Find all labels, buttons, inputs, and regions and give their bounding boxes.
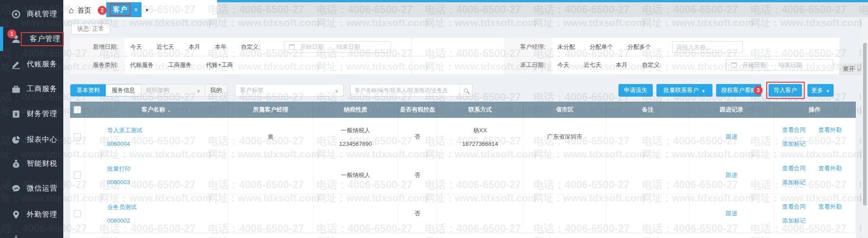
filter-option[interactable]: 代账服务 xyxy=(130,61,154,69)
sort-icon[interactable] xyxy=(167,107,171,113)
sidebar-item-5[interactable]: 报表中心 xyxy=(0,129,63,150)
action-button-1[interactable]: 批量联系客户 xyxy=(656,84,712,97)
manager-cell: 黄 xyxy=(228,118,313,156)
view-contract-link[interactable]: 查看合同 xyxy=(782,126,806,134)
filter-option[interactable]: 近七天 xyxy=(584,61,601,69)
view-field-work-link[interactable]: 查看外勤 xyxy=(818,126,842,134)
customer-code-link[interactable]: 0060004 xyxy=(107,140,130,147)
filter-option[interactable]: 分配多个 xyxy=(627,43,651,51)
filter-options-manager: 未分配分配单个分配多个 xyxy=(557,38,651,56)
tab-home[interactable]: 首页 xyxy=(69,4,91,17)
add-mark-link[interactable]: 添加标记 xyxy=(782,140,806,148)
tab-home-label: 首页 xyxy=(77,6,91,15)
filter-option[interactable]: 分配单个 xyxy=(590,43,613,51)
view-field-work-link[interactable]: 查看外勤 xyxy=(818,203,842,211)
sidebar-item-3[interactable]: 工商服务 xyxy=(0,79,63,99)
filter-option[interactable]: 代账+工商 xyxy=(206,61,233,69)
row-checkbox-cell xyxy=(70,118,85,156)
filter-option[interactable]: 工商服务 xyxy=(168,61,192,69)
add-mark-link[interactable]: 添加标记 xyxy=(782,178,806,187)
region-cell xyxy=(524,156,606,194)
date-start-placeholder: 开始日期 xyxy=(300,43,324,51)
annotation-badge-3: 3 xyxy=(754,86,763,95)
customer-name-link[interactable]: 批量打印 xyxy=(107,165,131,173)
search-button[interactable] xyxy=(459,84,472,96)
filter-option[interactable]: 今天 xyxy=(130,43,142,51)
search-input[interactable] xyxy=(351,84,459,96)
column-header-label: 备注 xyxy=(642,106,654,114)
sidebar-item-0[interactable]: 商机管理 xyxy=(0,4,63,24)
filter-option[interactable]: 本年 xyxy=(215,43,226,51)
row-checkbox[interactable] xyxy=(74,133,81,140)
filter-label-manager: 客户经理: xyxy=(504,38,552,56)
select-all-checkbox[interactable] xyxy=(74,106,81,113)
chevron-down-icon xyxy=(197,87,200,94)
customer-code-link[interactable]: 0060002 xyxy=(107,217,130,224)
action-button-0[interactable]: 申请流失 xyxy=(618,84,653,97)
filter-option[interactable]: 本月 xyxy=(616,61,627,69)
tab-dropdown-button[interactable] xyxy=(141,4,153,15)
manager-name-input[interactable] xyxy=(672,41,743,53)
customer-name-link[interactable]: 业务员测试 xyxy=(107,203,137,211)
row-checkbox[interactable] xyxy=(74,172,81,179)
row-checkbox[interactable] xyxy=(74,210,81,217)
sidebar-item-8[interactable]: 外勤管理 xyxy=(0,204,63,225)
tab-basic-info[interactable]: 基本资料 xyxy=(71,84,106,96)
follow-up-link[interactable]: 跟进 xyxy=(726,133,737,141)
column-header-label: 客户名称 xyxy=(142,106,165,114)
action-button-label: 更多 xyxy=(811,86,823,94)
customer-name-cell: 批量打印0060003 xyxy=(85,156,228,194)
customer-code-link[interactable]: 0060003 xyxy=(107,179,130,186)
scrollbar[interactable] xyxy=(862,18,868,238)
search-box xyxy=(350,84,472,97)
sidebar-item-extra[interactable] xyxy=(0,228,63,238)
filter-label-add-date: 新增日期: xyxy=(70,38,124,56)
expand-button[interactable]: 展开 xyxy=(839,63,864,75)
gear-icon xyxy=(11,233,21,238)
scrollbar-thumb[interactable] xyxy=(863,43,867,205)
sidebar-item-1[interactable]: 1客户管理 xyxy=(0,28,63,49)
contact-line: 18727366814 xyxy=(462,140,498,147)
customer-name-link[interactable]: 导入派工测试 xyxy=(107,126,142,135)
customer-tag-select[interactable]: 客户标签 xyxy=(235,84,344,97)
org-structure-select[interactable]: 组织架构 xyxy=(141,84,205,97)
actions-line: 添加标记 xyxy=(782,217,806,225)
filter-option[interactable]: 自定义: xyxy=(241,43,260,51)
tab-service-info[interactable]: 服务信息 xyxy=(106,84,141,96)
chevron-down-icon xyxy=(145,6,149,13)
filter-panel: 新增日期: 服务类别: 客户经理: 派工日期: 今天近七天本月本年自定义: 代账… xyxy=(70,38,840,74)
annotation-badge-2: 2 xyxy=(98,6,107,15)
sidebar-item-4[interactable]: ¥财务管理 xyxy=(0,103,63,124)
remark-cell xyxy=(606,195,689,233)
sidebar-item-6[interactable]: ¥智能财税 xyxy=(0,153,63,174)
dispatch-date-range-input[interactable]: 开始日期 - 结束日期 xyxy=(726,59,833,71)
add-mark-link[interactable]: 添加标记 xyxy=(782,217,806,225)
column-header-1: 所属客户经理 xyxy=(228,102,313,118)
filter-option[interactable]: 未分配 xyxy=(557,43,575,51)
sidebar-item-2[interactable]: 代账服务 xyxy=(0,54,63,75)
action-button-4[interactable]: 更多 xyxy=(807,84,834,97)
follow-up-link[interactable]: 跟进 xyxy=(726,171,737,179)
tax-disk-cell: 否 xyxy=(398,156,437,194)
close-icon[interactable] xyxy=(134,6,138,14)
sidebar-item-label: 财务管理 xyxy=(27,109,57,119)
tab-customer[interactable]: 客户 xyxy=(106,2,142,17)
view-field-work-link[interactable]: 查看外勤 xyxy=(818,164,842,173)
filter-options-dispatch-date: 今天近七天本月自定义: xyxy=(557,56,661,74)
filter-option[interactable]: 近七天 xyxy=(156,43,174,51)
filter-option[interactable]: 今天 xyxy=(557,61,569,69)
action-button-label: 批量联系客户 xyxy=(664,86,699,94)
tax-line: 1234567890 xyxy=(339,140,372,147)
divider xyxy=(411,38,412,74)
filter-option[interactable]: 本月 xyxy=(189,43,200,51)
follow-up-link[interactable]: 跟进 xyxy=(726,210,737,218)
sidebar-item-7[interactable]: 微信运营 xyxy=(0,178,63,199)
date-end-placeholder: 结束日期 xyxy=(778,61,802,69)
add-date-range-input[interactable]: 开始日期 - 结束日期 xyxy=(284,41,391,53)
mine-button[interactable]: 我的 xyxy=(205,84,227,97)
filter-option[interactable]: 自定义: xyxy=(642,61,661,69)
row-checkbox-cell xyxy=(70,195,85,233)
view-contract-link[interactable]: 查看合同 xyxy=(782,164,806,173)
column-header-4: 联系方式 xyxy=(437,102,524,118)
view-contract-link[interactable]: 查看合同 xyxy=(782,203,806,211)
